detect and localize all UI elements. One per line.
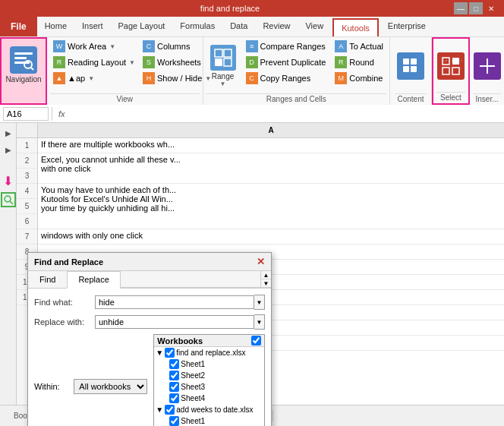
cell-row-4[interactable]: windows with only one click	[38, 229, 504, 245]
workbooks-tree: Workbooks ▼ find and replace.xlsx	[153, 334, 265, 426]
svg-point-20	[5, 196, 11, 202]
cell-row-1[interactable]: If there are multiple workbooks wh...	[38, 138, 504, 153]
tab-review[interactable]: Review	[255, 17, 298, 36]
sidebar-btn-1[interactable]: ▶	[1, 125, 16, 140]
copy-ranges-icon: C	[246, 72, 258, 84]
dialog-tab-find[interactable]: Find	[28, 271, 67, 288]
to-actual-label: To Actual	[349, 42, 383, 51]
to-actual-button[interactable]: A To Actual	[332, 39, 386, 54]
tab-data[interactable]: Data	[222, 17, 255, 36]
sidebar-btn-3[interactable]: ⬇	[1, 173, 16, 188]
main-area: ▶ ▶ ⬇ A 1 2 3 4 5 6 7 8	[0, 123, 504, 405]
minimize-btn[interactable]: —	[454, 2, 468, 14]
cell-row-2[interactable]: Excel, you cannot unhide all these v... …	[38, 153, 504, 184]
sheet2-1-checkbox[interactable]	[169, 371, 179, 380]
wb1-checkbox[interactable]	[165, 348, 175, 358]
worksheets-icon: S	[143, 56, 155, 68]
fx-label: fx	[55, 109, 68, 118]
range-icon	[210, 45, 236, 71]
cell-reference-input[interactable]	[3, 107, 49, 121]
tab-kutools[interactable]: Kutools	[332, 18, 379, 36]
tab-view[interactable]: View	[298, 17, 331, 36]
tree-item-sheet3-1: Sheet3	[154, 381, 264, 393]
reading-layout-icon: R	[53, 56, 65, 68]
svg-rect-14	[452, 58, 459, 65]
reading-layout-arrow: ▼	[129, 59, 135, 66]
view-group: W Work Area ▼ R Reading Layout ▼ ▲ ▲ap ▼…	[47, 37, 203, 105]
wb1-label: find and replace.xlsx	[176, 349, 245, 357]
round-button[interactable]: R Round	[332, 55, 386, 70]
work-area-arrow: ▼	[109, 43, 115, 50]
scroll-up-button[interactable]: ▲	[261, 271, 271, 279]
replace-with-input[interactable]	[95, 315, 254, 329]
wb2-checkbox[interactable]	[165, 405, 175, 415]
prevent-duplicate-icon: D	[246, 56, 258, 68]
file-tab[interactable]: File	[0, 17, 37, 36]
tab-page-layout[interactable]: Page Layout	[111, 17, 173, 36]
sheet3-1-label: Sheet3	[181, 383, 205, 391]
columns-label: Columns	[157, 42, 190, 51]
scroll-down-button[interactable]: ▼	[261, 279, 271, 287]
find-what-dropdown[interactable]: ▼	[254, 295, 265, 310]
tab-formulas[interactable]: Formulas	[172, 17, 222, 36]
prevent-duplicate-button[interactable]: D Prevent Duplicate	[243, 55, 329, 70]
sheet1-1-checkbox[interactable]	[169, 359, 179, 369]
map-button[interactable]: ▲ ▲ap ▼	[50, 71, 138, 86]
replace-with-label: Replace with:	[34, 317, 95, 327]
sheet1-1-label: Sheet1	[181, 360, 205, 368]
corner-cell	[17, 123, 38, 137]
insert-icon-svg	[477, 55, 498, 77]
insert-icon-area	[473, 39, 501, 93]
wb1-expand[interactable]: ▼	[156, 349, 163, 357]
sidebar-btn-search[interactable]	[1, 192, 16, 207]
ribbon-tabs: File Home Insert Page Layout Formulas Da…	[0, 17, 504, 36]
formula-input[interactable]	[71, 109, 501, 118]
svg-rect-1	[14, 57, 27, 59]
combine-button[interactable]: M Combine	[332, 71, 386, 86]
dialog-tab-replace[interactable]: Replace	[67, 271, 120, 289]
insert-icon[interactable]	[474, 52, 501, 80]
svg-line-4	[31, 68, 33, 70]
tab-home[interactable]: Home	[37, 17, 74, 36]
select-icon[interactable]	[437, 52, 465, 80]
map-arrow: ▼	[88, 75, 94, 82]
compare-ranges-label: Compare Ranges	[260, 42, 326, 51]
navigation-button[interactable]: Navigation	[5, 41, 43, 88]
cell-row-3[interactable]: You may have to unhide each of th... Kut…	[38, 184, 504, 229]
range-button[interactable]: Range ▼	[206, 39, 240, 93]
row-num-6: 6	[17, 214, 37, 229]
title-bar: find and replace — □ ✕	[0, 0, 504, 17]
sheet3-1-checkbox[interactable]	[169, 382, 179, 392]
round-icon: R	[335, 56, 347, 68]
compare-ranges-button[interactable]: ≡ Compare Ranges	[243, 39, 329, 54]
maximize-btn[interactable]: □	[469, 2, 483, 14]
find-what-input[interactable]	[95, 295, 254, 309]
replace-with-row: Replace with: ▼	[34, 314, 265, 330]
reading-layout-button[interactable]: R Reading Layout ▼	[50, 55, 138, 70]
map-label: ▲ap	[68, 74, 85, 83]
tab-enterprise[interactable]: Enterprise	[380, 17, 433, 36]
work-area-button[interactable]: W Work Area ▼	[50, 39, 138, 54]
wb2-expand[interactable]: ▼	[156, 405, 163, 414]
ranges-cells-label: Ranges and Cells	[206, 93, 386, 103]
combine-icon: M	[335, 72, 347, 84]
formula-bar: fx	[0, 105, 504, 123]
replace-with-dropdown[interactable]: ▼	[254, 314, 265, 330]
ribbon-content: Navigation W Work Area ▼ R Reading Layou…	[0, 36, 504, 105]
sheet4-1-checkbox[interactable]	[169, 393, 179, 403]
tab-insert[interactable]: Insert	[74, 17, 111, 36]
content-icon[interactable]	[397, 52, 424, 80]
dialog-close-button[interactable]: ✕	[257, 256, 265, 267]
tree-item-wb1: ▼ find and replace.xlsx	[154, 347, 264, 358]
round-label: Round	[349, 58, 373, 67]
close-btn[interactable]: ✕	[484, 2, 498, 14]
tree-item-sheet4-1: Sheet4	[154, 393, 264, 404]
sheet1-2-checkbox[interactable]	[169, 416, 179, 426]
copy-ranges-button[interactable]: C Copy Ranges	[243, 71, 329, 86]
workbooks-all-checkbox[interactable]	[251, 336, 261, 346]
row-num-3: 3	[17, 169, 37, 184]
navigation-label: Navigation	[5, 75, 41, 84]
sidebar-btn-2[interactable]: ▶	[1, 142, 16, 157]
within-select[interactable]: All workbooks This workbook Active sheet	[74, 379, 147, 394]
columns-icon: C	[143, 40, 155, 52]
